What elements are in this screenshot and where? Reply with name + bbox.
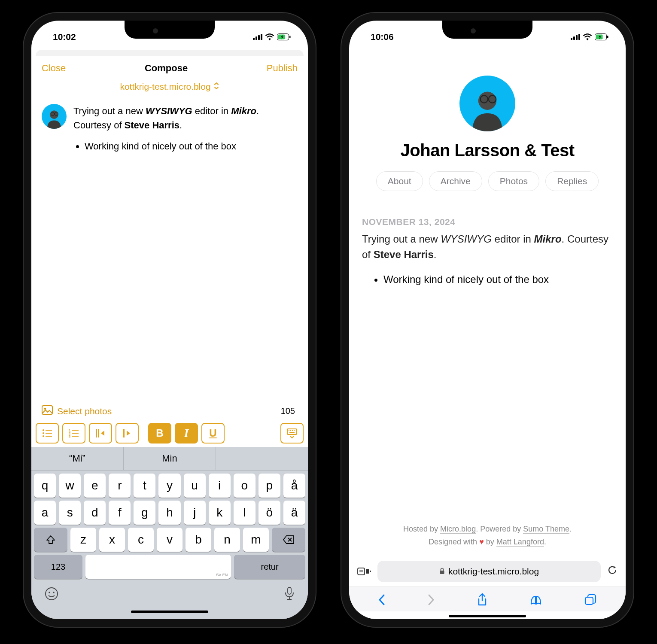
key-t[interactable]: t: [134, 474, 155, 498]
svg-rect-21: [72, 433, 79, 434]
shift-key[interactable]: [34, 528, 67, 552]
suggestion-item[interactable]: “Mi”: [31, 447, 124, 470]
backspace-key[interactable]: [272, 528, 305, 552]
forward-button[interactable]: [427, 594, 435, 609]
indent-button[interactable]: [89, 423, 112, 444]
safari-toolbar: kottkrig-test.micro.blog: [349, 556, 626, 619]
wifi-icon: [583, 33, 592, 40]
right-screen: 10:06 Johan Larsson & Test About Arc: [349, 21, 626, 619]
emoji-icon[interactable]: [44, 586, 59, 605]
nav-pill-replies[interactable]: Replies: [545, 171, 599, 191]
key-aring[interactable]: å: [283, 474, 305, 498]
key-e[interactable]: e: [84, 474, 106, 498]
home-indicator[interactable]: [449, 615, 526, 617]
space-key[interactable]: SV EN: [85, 555, 231, 579]
key-k[interactable]: k: [209, 501, 231, 525]
compose-body[interactable]: Trying out a new WYSIWYG editor in Mikro…: [31, 98, 308, 401]
svg-rect-0: [253, 38, 255, 40]
key-w[interactable]: w: [59, 474, 81, 498]
key-d[interactable]: d: [84, 501, 106, 525]
status-time: 10:02: [53, 32, 76, 42]
safari-content[interactable]: Johan Larsson & Test About Archive Photo…: [349, 50, 626, 556]
cellular-signal-icon: [253, 34, 262, 40]
microblog-link[interactable]: Micro.blog: [440, 525, 476, 534]
outdent-button[interactable]: [116, 423, 139, 444]
close-button[interactable]: Close: [42, 63, 66, 74]
home-indicator[interactable]: [131, 611, 208, 613]
key-f[interactable]: f: [109, 501, 131, 525]
key-u[interactable]: u: [184, 474, 206, 498]
keyboard-row-3: z x c v b n m: [31, 525, 308, 552]
tabs-button[interactable]: [584, 594, 597, 609]
key-adiaeresis[interactable]: ä: [283, 501, 305, 525]
underline-button[interactable]: U: [201, 423, 225, 444]
keyboard-row-1: q w e r t y u i o p å: [31, 471, 308, 498]
svg-rect-31: [294, 430, 295, 431]
return-key[interactable]: retur: [234, 555, 305, 579]
matt-langford-link[interactable]: Matt Langford: [496, 538, 544, 547]
key-g[interactable]: g: [134, 501, 155, 525]
svg-rect-6: [289, 36, 291, 38]
svg-rect-17: [46, 436, 52, 437]
key-a[interactable]: a: [34, 501, 56, 525]
key-m[interactable]: m: [243, 528, 269, 552]
dictation-icon[interactable]: [284, 586, 295, 605]
url-field[interactable]: kottkrig-test.micro.blog: [377, 561, 601, 582]
dismiss-keyboard-button[interactable]: [280, 423, 304, 444]
back-button[interactable]: [378, 594, 386, 609]
key-x[interactable]: x: [99, 528, 125, 552]
nav-pill-photos[interactable]: Photos: [488, 171, 539, 191]
page-settings-button[interactable]: [357, 566, 371, 577]
key-b[interactable]: b: [186, 528, 211, 552]
keyboard-bottom: [31, 579, 308, 607]
nav-pill-about[interactable]: About: [376, 171, 423, 191]
numbered-list-button[interactable]: 123: [62, 423, 85, 444]
publish-button[interactable]: Publish: [267, 63, 298, 74]
profile-name: Johan Larsson & Test: [401, 141, 575, 160]
key-p[interactable]: p: [259, 474, 280, 498]
svg-rect-26: [123, 429, 125, 437]
bullet-list-button[interactable]: [36, 423, 59, 444]
select-photos-button[interactable]: Select photos: [42, 405, 112, 417]
svg-rect-3: [261, 34, 262, 40]
key-c[interactable]: c: [128, 528, 154, 552]
nav-pill-archive[interactable]: Archive: [429, 171, 482, 191]
key-l[interactable]: l: [234, 501, 255, 525]
avatar: [42, 104, 67, 129]
sumo-theme-link[interactable]: Sumo Theme: [523, 525, 569, 534]
number-key[interactable]: 123: [34, 555, 82, 579]
blog-picker-button[interactable]: kottkrig-test.micro.blog: [31, 78, 308, 98]
key-q[interactable]: q: [34, 474, 56, 498]
key-h[interactable]: h: [158, 501, 180, 525]
wifi-icon: [265, 33, 274, 40]
suggestion-item[interactable]: [216, 447, 308, 470]
svg-rect-2: [258, 35, 260, 40]
svg-rect-29: [290, 430, 291, 431]
bookmarks-button[interactable]: [529, 594, 542, 609]
key-o[interactable]: o: [234, 474, 255, 498]
bold-button[interactable]: B: [148, 423, 171, 444]
char-count: 105: [281, 406, 295, 416]
key-odiaeresis[interactable]: ö: [259, 501, 280, 525]
svg-rect-28: [289, 430, 289, 431]
reload-button[interactable]: [607, 565, 618, 579]
notch: [442, 21, 532, 39]
key-n[interactable]: n: [214, 528, 240, 552]
compose-header: Close Compose Publish: [31, 56, 308, 78]
key-s[interactable]: s: [59, 501, 81, 525]
share-button[interactable]: [477, 593, 488, 610]
profile-avatar[interactable]: [459, 76, 515, 131]
compose-title: Compose: [145, 63, 188, 74]
key-z[interactable]: z: [70, 528, 96, 552]
svg-rect-41: [576, 35, 578, 40]
suggestion-item[interactable]: Min: [124, 447, 216, 470]
italic-button[interactable]: I: [175, 423, 198, 444]
key-r[interactable]: r: [109, 474, 131, 498]
key-y[interactable]: y: [158, 474, 180, 498]
key-j[interactable]: j: [184, 501, 206, 525]
key-i[interactable]: i: [209, 474, 231, 498]
svg-rect-39: [571, 38, 572, 40]
compose-text: Trying out a new WYSIWYG editor in Mikro…: [73, 104, 298, 395]
post-date[interactable]: NOVEMBER 13, 2024: [362, 217, 613, 227]
key-v[interactable]: v: [157, 528, 182, 552]
